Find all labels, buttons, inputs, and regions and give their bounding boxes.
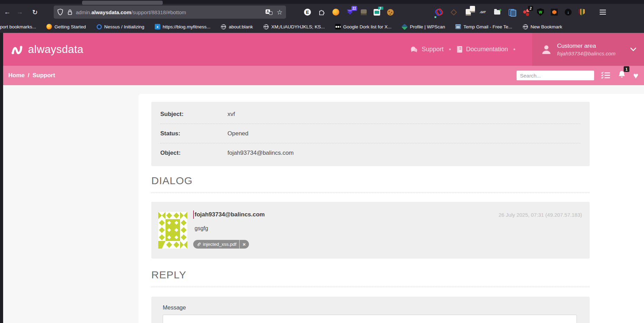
medium-icon (335, 24, 341, 29)
paperclip-icon (197, 242, 201, 247)
back-button[interactable]: ← (2, 7, 12, 17)
tracking-shield-icon[interactable] (57, 9, 63, 16)
bookmark-item[interactable]: about:blank (221, 24, 253, 29)
url-path: /support/88318/#bottom (131, 9, 186, 15)
url-domain: alwaysdata.com (91, 9, 131, 15)
ticket-row-status: Status: Opened (160, 124, 581, 143)
extension-e-icon[interactable]: E (304, 9, 311, 16)
extension-downloadhelper-icon[interactable]: 11 (346, 8, 354, 16)
object-label: Object: (160, 150, 227, 156)
extension-puzzle-icon[interactable] (318, 8, 325, 16)
favorites-heart-icon[interactable]: ♥ (633, 71, 638, 80)
breadcrumb-separator: / (28, 72, 29, 79)
reply-section-title: REPLY (151, 269, 186, 281)
extension-cookie-icon[interactable] (387, 9, 394, 16)
alwaysdata-logo[interactable]: alwaysdata (11, 33, 83, 66)
chat-bubbles-icon (410, 46, 419, 53)
reload-button[interactable]: ↻ (30, 7, 40, 17)
extension-tempmail-icon[interactable]: 3 (374, 9, 380, 16)
site-header: alwaysdata Support Documentation (3, 33, 644, 66)
translate-icon[interactable]: A (266, 9, 272, 15)
extension-diamond-icon[interactable] (450, 8, 457, 16)
search-input[interactable] (517, 71, 594, 80)
url-bar[interactable]: admin.alwaysdata.com/support/88318/#bott… (54, 6, 286, 19)
ticket-row-object: Object: fojah93734@balincs.com (160, 143, 581, 163)
bookmark-item[interactable]: Profile | WPScan (402, 24, 445, 29)
chevron-down-icon (630, 47, 636, 51)
object-value: fojah93734@balincs.com (227, 150, 294, 156)
ticket-info-card: Subject: xvf Status: Opened Object: foja… (151, 102, 590, 166)
status-label: Status: (160, 130, 227, 137)
identicon-avatar (158, 212, 187, 249)
lock-icon[interactable] (68, 9, 72, 15)
message-body: gsgfg (195, 225, 208, 232)
subject-label: Subject: (160, 111, 227, 118)
extension-link-icon[interactable] (435, 8, 443, 16)
breadcrumb-home[interactable]: Home (8, 72, 25, 79)
header-nav: Support Documentation (410, 33, 515, 66)
screen: ← → ↻ admin.alwaysdata.com/support/88318… (0, 0, 644, 323)
notifications-button[interactable]: 1 (618, 70, 626, 81)
menu-button[interactable] (598, 8, 607, 16)
customer-area-menu[interactable]: Customer area fojah93734@balincs.com (532, 33, 644, 66)
bookmark-item[interactable]: port bookmarks... (0, 24, 36, 29)
extension-badge: 7 (470, 6, 475, 12)
section-divider (151, 287, 590, 287)
extension-containers-icon[interactable] (508, 8, 516, 16)
extension-requests-icon[interactable]: 2 (522, 8, 530, 16)
bookmark-item[interactable]: xhttps://blog.myfitness... (155, 24, 211, 29)
extension-foxyproxy-icon[interactable] (332, 9, 339, 16)
extension-hackbar-icon[interactable] (551, 9, 558, 16)
alwaysdata-logo-mark (11, 43, 24, 56)
nav-documentation-label: Documentation (466, 46, 508, 53)
extension-badge: 3 (378, 7, 383, 10)
tasklist-icon[interactable] (601, 72, 610, 79)
brand-name: alwaysdata (28, 43, 83, 56)
ticket-row-subject: Subject: xvf (160, 105, 581, 124)
bookmark-item[interactable]: Nessus / Initializing (96, 24, 144, 29)
customer-area-label: Customer area (557, 43, 616, 50)
nav-support-label: Support (422, 46, 444, 53)
extension-save-icon[interactable]: ↓ (565, 9, 572, 16)
blog-icon: x (155, 24, 160, 29)
mail-icon (455, 24, 461, 29)
extension-useragent-icon[interactable] (361, 9, 367, 15)
extension-row: E 11 3 7 .GIT (301, 6, 588, 19)
nav-separator-dot (449, 48, 451, 50)
tab-strip (0, 0, 644, 4)
bookmark-item[interactable]: XM;/LiAUDYHJKLS; KS... (263, 24, 325, 29)
extension-crest-icon[interactable] (579, 9, 585, 16)
extension-badge: 2 (528, 6, 533, 11)
bookmark-star-icon[interactable]: ☆ (277, 9, 283, 16)
nessus-icon (96, 24, 102, 29)
breadcrumb-current: Support (33, 72, 55, 79)
extension-dotgit-icon[interactable]: .GIT (479, 8, 486, 16)
url-text[interactable]: admin.alwaysdata.com/support/88318/#bott… (76, 9, 263, 15)
text-caret (193, 210, 194, 219)
extension-wappalyzer-icon[interactable]: 7 (464, 8, 472, 16)
dialog-section-title: DIALOG (151, 175, 193, 187)
breadcrumb: Home / Support (8, 66, 55, 85)
reply-message-input[interactable] (163, 315, 577, 323)
bookmark-item[interactable]: New Bookmark (522, 24, 562, 29)
bookmark-item[interactable]: Getting Started (46, 24, 86, 29)
url-subdomain: admin. (76, 9, 91, 15)
attachment-chip[interactable]: injected_xss.pdf × (193, 240, 249, 249)
nav-support[interactable]: Support (410, 46, 444, 53)
bookmarks-bar: port bookmarks... Getting Started Nessus… (0, 20, 644, 33)
attachment-link[interactable]: injected_xss.pdf (193, 240, 239, 249)
firefox-icon (46, 24, 52, 29)
nav-documentation[interactable]: Documentation (456, 46, 508, 53)
subject-value: xvf (227, 111, 235, 118)
reply-form-card: Message (151, 297, 590, 323)
nav-separator-dot (513, 48, 515, 50)
extension-waf-icon[interactable]: W (537, 8, 544, 16)
globe-icon (263, 24, 269, 29)
browser-chrome: ← → ↻ admin.alwaysdata.com/support/88318… (0, 0, 644, 33)
bookmark-item[interactable]: Temp Gmail - Free Te... (455, 24, 512, 29)
attachment-remove-button[interactable]: × (239, 240, 249, 249)
bookmark-item[interactable]: Google Dork list for X... (335, 24, 392, 29)
forward-button[interactable]: → (15, 7, 25, 17)
message-field-label: Message (163, 304, 186, 311)
extension-folder-plus-icon[interactable]: + (493, 8, 501, 16)
